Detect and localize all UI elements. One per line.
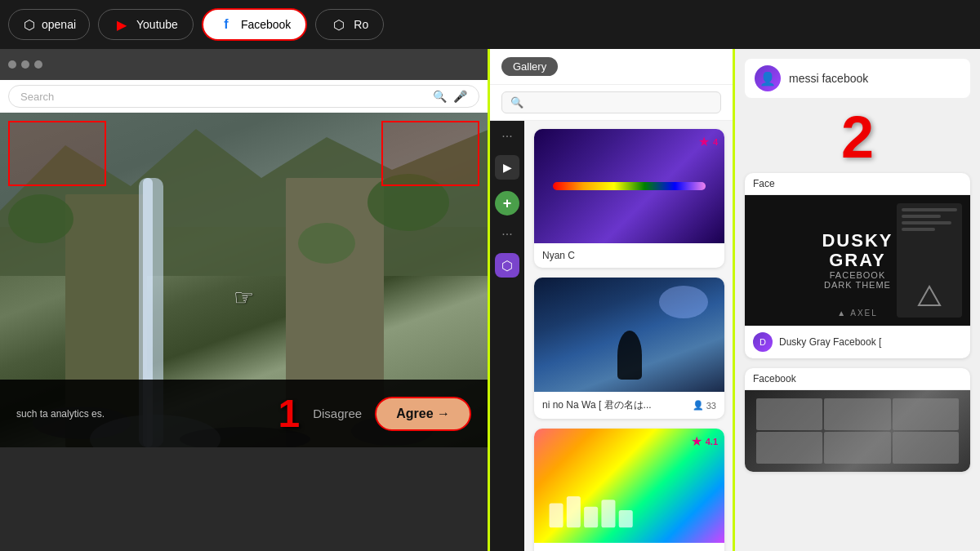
gallery-header: Gallery [490,49,733,85]
agree-button[interactable]: Agree → [375,397,471,431]
svg-rect-17 [619,510,633,527]
grid-cell-5 [824,432,890,464]
fb-grid-overlay [756,398,959,464]
facebook-search-header: 👤 messi facebook [745,59,970,98]
tab-openai[interactable]: ⬡ openai [8,9,90,40]
sidebar-purple-item[interactable]: ⬡ [495,253,519,278]
right-panel: Gallery ··· ▶ + ··· ⬡ [490,49,980,551]
tab-openai-label: openai [42,18,76,31]
mock-line-2 [902,215,941,218]
facebook-bottom-card[interactable]: Facebook [745,368,970,472]
search-bar-container: Search 🔍 🎤 [0,80,488,113]
dusky-panel-mock [897,203,962,318]
mic-icon: 🎤 [453,90,467,103]
kimi-users-count: 33 [706,401,716,411]
theme-card-nyan[interactable]: ★ 4 Nyan C [534,129,724,268]
tab-youtube[interactable]: ▶ Youtube [98,9,194,40]
fb-bottom-image [745,390,970,472]
svg-rect-14 [567,496,581,527]
tab-roblox-label: Ro [354,18,368,31]
sidebar-add-button[interactable]: + [495,191,519,216]
waterfall-image: ☞ such ta analytics es. 1 Disagree Agree… [0,113,488,447]
left-panel: Search 🔍 🎤 [0,49,490,551]
gallery-search-input[interactable] [501,91,721,113]
tab-facebook[interactable]: f Facebook [202,8,307,41]
roblox-icon: ⬡ [331,16,347,33]
search-icon: 🔍 [433,90,447,103]
nyan-rating: 4 [713,137,718,147]
facebook-results-column: 👤 messi facebook 2 Face DUSKY GRAY FACEB… [735,49,980,551]
agree-button-label: Agree → [396,407,450,421]
red-highlight-box-left [8,121,106,186]
tab-youtube-label: Youtube [136,18,178,31]
theme-card-colorful[interactable]: ★ 4.1 Colorful Theme [534,429,724,551]
users-icon: 👤 [693,400,704,411]
sidebar-rail: ··· ▶ + ··· ⬡ [490,121,524,551]
kimi-sky-element [659,286,708,318]
openai-icon: ⬡ [24,16,35,33]
colorful-chart-svg [542,486,716,535]
theme-card-colorful-footer: Colorful Theme [534,543,724,551]
search-bar-placeholder: Search [20,91,54,103]
grid-cell-6 [893,432,959,464]
fb-bottom-header: Facebook [745,368,970,390]
rainbow-bar [553,182,705,190]
search-bar-icons: 🔍 🎤 [433,90,467,103]
theme-card-kimi-image [534,278,724,392]
mock-line-1 [902,208,957,211]
grid-cell-3 [893,398,959,430]
step-number-2: 2 [745,108,970,167]
dusky-card-image: DUSKY GRAY FACEBOOK DARK THEME [745,195,970,326]
theme-card-nyan-footer: Nyan C [534,243,724,268]
dusky-logo: ▲ AXEL [837,309,878,318]
tab-facebook-label: Facebook [241,18,291,31]
dusky-card-footer: D Dusky Gray Facebook [ [745,326,970,358]
step-number-1: 1 [278,391,300,436]
top-navigation: ⬡ openai ▶ Youtube f Facebook ⬡ Ro [0,0,980,49]
fb-user-avatar: 👤 [755,65,781,91]
theme-card-colorful-image: ★ 4.1 [534,429,724,543]
search-bar[interactable]: Search 🔍 🎤 [8,85,479,108]
cookie-buttons: 1 Disagree Agree → [278,391,471,436]
gallery-tag[interactable]: Gallery [501,57,558,76]
dusky-avatar-letter: D [760,337,766,347]
themes-list: ★ 4 Nyan C [526,121,733,551]
nyan-background [534,129,724,243]
nyan-title: Nyan C [542,250,575,261]
grid-cell-4 [756,432,822,464]
dusky-gray-card[interactable]: Face DUSKY GRAY FACEBOOK DARK THEME [745,173,970,358]
gallery-content: ··· ▶ + ··· ⬡ ★ [490,121,733,551]
svg-point-6 [8,194,74,243]
mock-line-4 [902,228,935,231]
sidebar-play-item[interactable]: ▶ [495,155,519,180]
cookie-text: such ta analytics es. [16,408,270,420]
svg-rect-16 [601,500,615,527]
dusky-card-header: Face [745,173,970,195]
sidebar-dots-mid[interactable]: ··· [501,227,512,242]
svg-rect-13 [550,503,564,527]
mock-line-3 [902,221,951,224]
browser-chrome [0,49,488,80]
gallery-search [490,85,733,121]
red-highlight-box-right [381,121,479,186]
rating-star-icon: ★ [698,134,710,149]
avatar-icon: 👤 [760,71,776,87]
disagree-button[interactable]: Disagree [313,407,362,420]
theme-card-kimi-footer: ni no Na Wa [ 君の名は... 👤 33 [534,392,724,419]
gallery-column: Gallery ··· ▶ + ··· ⬡ [490,49,735,551]
facebook-icon: f [218,16,234,33]
grid-cell-2 [824,398,890,430]
kimi-users: 👤 33 [693,400,716,411]
tab-roblox[interactable]: ⬡ Ro [315,9,384,40]
dusky-author-avatar: D [753,332,773,352]
grid-cell-1 [756,398,822,430]
browser-dot-2 [21,60,29,69]
colorful-rating: 4.1 [706,437,718,447]
sidebar-dots-top[interactable]: ··· [501,129,512,144]
colorful-star-icon: ★ [691,433,702,449]
theme-card-kimi[interactable]: ni no Na Wa [ 君の名は... 👤 33 [534,278,724,419]
youtube-icon: ▶ [114,16,130,33]
svg-rect-15 [584,507,598,528]
kimi-background [534,278,724,392]
svg-point-8 [298,223,355,264]
